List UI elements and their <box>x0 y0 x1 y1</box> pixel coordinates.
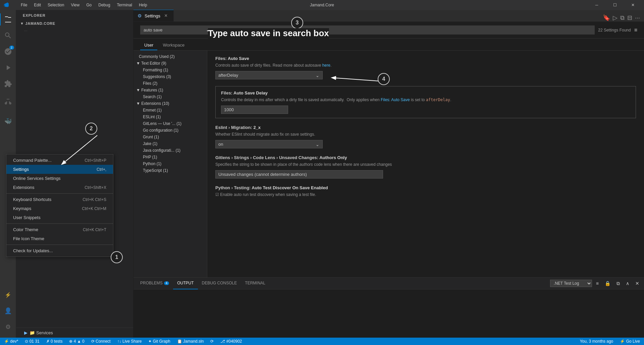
activity-settings-gear[interactable]: ⚙ <box>0 319 16 335</box>
menu-check-updates[interactable]: Check for Updates... <box>6 246 113 255</box>
status-dev[interactable]: ⚡ dev* <box>3 339 19 344</box>
panel-clear-icon[interactable]: ≡ <box>594 280 601 287</box>
menu-keymaps[interactable]: Keymaps Ctrl+K Ctrl+M <box>6 204 113 213</box>
status-errors[interactable]: ⊙ 01 31 <box>23 339 41 344</box>
sidebar-item-services[interactable]: ▶ 📁 Services <box>16 329 133 336</box>
menu-terminal[interactable]: Terminal <box>114 2 135 8</box>
menu-selection[interactable]: Selection <box>45 2 67 8</box>
tree-go[interactable]: Go configuration (1) <box>133 127 207 134</box>
python-title: Python › Testing: Auto Test Discover On … <box>215 185 636 190</box>
menu-file[interactable]: File <box>18 2 30 8</box>
tree-text-editor[interactable]: ▼ Text Editor (9) <box>133 60 207 67</box>
status-blame[interactable]: You, 3 months ago <box>579 339 615 344</box>
menu-keyboard-shortcuts[interactable]: Keyboard Shortcuts Ctrl+K Ctrl+S <box>6 195 113 204</box>
top-icon-run[interactable]: ▷ <box>613 14 618 21</box>
tree-typescript[interactable]: TypeScript (1) <box>133 167 207 174</box>
activity-flask[interactable] <box>0 94 16 111</box>
tree-suggestions[interactable]: Suggestions (3) <box>133 73 207 80</box>
panel-tabs: PROBLEMS 4 OUTPUT DEBUG CONSOLE TERMINAL… <box>133 278 644 289</box>
maximize-button[interactable]: ☐ <box>607 0 623 10</box>
top-icon-bookmark[interactable]: 🔖 <box>603 14 610 21</box>
filter-icon[interactable]: ≡ <box>634 27 637 33</box>
panel-tab-debug[interactable]: DEBUG CONSOLE <box>198 278 241 289</box>
status-tests[interactable]: ✗ 0 tests <box>45 339 64 344</box>
project-name: ▼ JAMAND.CORE <box>16 19 133 27</box>
tab-close-settings[interactable]: × <box>164 13 167 19</box>
annotation-text: Type auto save in search box <box>208 28 329 39</box>
menu-file-icon-theme[interactable]: File Icon Theme <box>6 234 113 243</box>
eslint-select[interactable]: on off <box>215 140 323 148</box>
menu-command-palette[interactable]: Command Palette... Ctrl+Shift+P <box>6 156 113 165</box>
status-gitgraph[interactable]: ✦ Git Graph <box>147 339 171 344</box>
top-icon-layout[interactable]: ⊟ <box>627 14 632 21</box>
auto-save-select[interactable]: off afterDelay onFocusChange onWindowCha… <box>215 71 323 79</box>
tree-files[interactable]: Files (2) <box>133 80 207 87</box>
tree-extensions[interactable]: ▼ Extensions (10) <box>133 100 207 107</box>
activity-remote[interactable]: ⚡ <box>0 287 16 303</box>
log-select[interactable]: .NET Test Log <box>550 280 592 287</box>
top-icon-more[interactable]: ··· <box>635 14 640 21</box>
setting-auto-save-delay: Files: Auto Save Delay Controls the dela… <box>215 86 636 118</box>
menu-online-services[interactable]: Online Services Settings <box>6 174 113 183</box>
statusbar: ⚡ dev* ⊙ 01 31 ✗ 0 tests ⊕ 4 ▲ 0 ⟳ Conne… <box>0 338 644 345</box>
activity-run[interactable] <box>0 60 16 76</box>
tree-formatting[interactable]: Formatting (1) <box>133 67 207 73</box>
panel-tab-problems[interactable]: PROBLEMS 4 <box>136 278 173 289</box>
gitlens-input[interactable] <box>215 170 383 179</box>
menu-extensions[interactable]: Extensions Ctrl+Shift+X <box>6 183 113 192</box>
panel-tab-output[interactable]: OUTPUT <box>173 278 198 289</box>
panel-lock-icon[interactable]: 🔒 <box>603 280 612 287</box>
tree-features[interactable]: ▼ Features (1) <box>133 87 207 93</box>
tree-java[interactable]: Java configurati... (1) <box>133 147 207 154</box>
activity-explorer[interactable] <box>0 11 16 27</box>
auto-save-delay-input[interactable] <box>221 106 288 114</box>
auto-save-delay-title: Files: Auto Save Delay <box>221 90 630 95</box>
panel-tab-terminal[interactable]: TERMINAL <box>241 278 269 289</box>
activity-extensions[interactable] <box>0 76 16 92</box>
status-notifications[interactable]: ⊕ 4 ▲ 0 <box>68 339 86 344</box>
activity-docker[interactable]: 🐳 <box>0 113 16 129</box>
tab-workspace[interactable]: Workspace <box>159 41 189 50</box>
settings-main: Files: Auto Save Controls auto save of d… <box>207 51 644 277</box>
tree-php[interactable]: PHP (1) <box>133 154 207 160</box>
tree-python[interactable]: Python (1) <box>133 160 207 167</box>
close-button[interactable]: ✕ <box>625 0 641 10</box>
tree-emmet[interactable]: Emmet (1) <box>133 107 207 114</box>
status-liveshare[interactable]: ↑↓ Live Share <box>116 339 143 344</box>
callout-1: 1 <box>111 251 123 263</box>
menu-edit[interactable]: Edit <box>31 2 44 8</box>
problems-badge: 4 <box>164 281 169 285</box>
tree-eslint[interactable]: ESLint (1) <box>133 114 207 120</box>
activity-source-control[interactable]: 2 <box>0 44 16 60</box>
panel-copy-icon[interactable]: ⧉ <box>614 280 622 287</box>
status-file[interactable]: 📋 Jamand.sln <box>176 339 205 344</box>
menu-debug[interactable]: Debug <box>96 2 113 8</box>
settings-panel: Commonly Used (2) ▼ Text Editor (9) Form… <box>133 51 644 277</box>
activity-account[interactable]: 👤 <box>0 303 16 319</box>
panel-close-icon[interactable]: ✕ <box>633 280 641 287</box>
top-icon-split[interactable]: ⧉ <box>620 14 625 21</box>
status-branch[interactable]: ⎇ #040902 <box>219 339 243 344</box>
status-golive[interactable]: ⚡ Go Live <box>619 339 641 344</box>
status-connect[interactable]: ⟳ Connect <box>90 339 112 344</box>
panel-up-icon[interactable]: ∧ <box>624 280 631 287</box>
tree-search[interactable]: Search (1) <box>133 93 207 100</box>
menu-go[interactable]: Go <box>84 2 94 8</box>
tab-settings[interactable]: ⚙ Settings × <box>133 10 174 21</box>
menu-help[interactable]: Help <box>136 2 150 8</box>
tree-grunt[interactable]: Grunt (1) <box>133 134 207 140</box>
menu-separator-1 <box>6 193 113 194</box>
auto-save-link[interactable]: here <box>322 63 330 68</box>
tab-user[interactable]: User <box>140 41 157 50</box>
menu-color-theme[interactable]: Color Theme Ctrl+K Ctrl+T <box>6 225 113 234</box>
menu-user-snippets[interactable]: User Snippets <box>6 213 113 222</box>
tree-gitlens[interactable]: GitLens — Use '... (1) <box>133 120 207 127</box>
tree-jake[interactable]: Jake (1) <box>133 140 207 147</box>
menu-view[interactable]: View <box>68 2 82 8</box>
status-sync[interactable]: ⟳ <box>209 339 215 344</box>
main-layout: 2 🐳 ⚡ 👤 ⚙ <box>0 10 644 338</box>
activity-search[interactable] <box>0 27 16 44</box>
menu-settings[interactable]: Settings Ctrl+, <box>6 165 113 174</box>
minimize-button[interactable]: ─ <box>589 0 604 10</box>
tree-commonly-used[interactable]: Commonly Used (2) <box>133 53 207 60</box>
